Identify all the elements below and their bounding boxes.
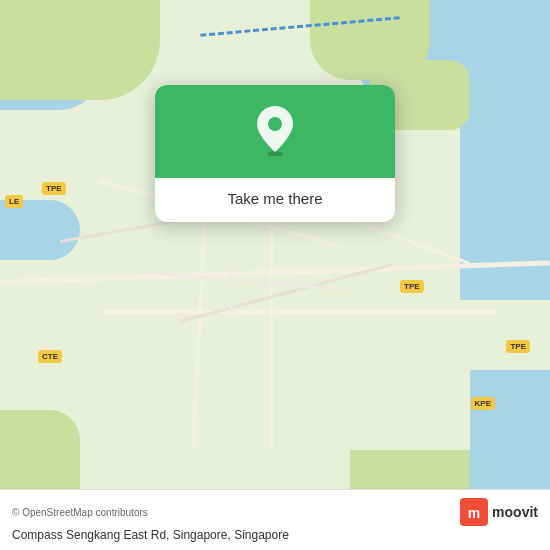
map-container: LE TPE TPE TPE CTE KPE Take me there © O… [0,0,550,550]
card-button-section[interactable]: Take me there [155,178,395,222]
moovit-icon: m [460,498,488,526]
water-right [460,100,550,300]
map-attribution: © OpenStreetMap contributors [12,507,148,518]
location-address: Compass Sengkang East Rd, Singapore, Sin… [12,528,538,542]
water-bottom-right [470,370,550,490]
road-grid-2 [230,250,233,450]
moovit-brand-text: moovit [492,504,538,520]
water-left-mid [0,200,80,260]
moovit-logo: m moovit [460,498,538,526]
take-me-there-button[interactable]: Take me there [227,190,322,207]
road-label-tpe-3: TPE [506,340,530,353]
svg-text:m: m [468,505,480,521]
road-label-cte: CTE [38,350,62,363]
road-label-le: LE [5,195,23,208]
green-area-5 [0,410,80,490]
green-area-1 [0,0,160,100]
road-label-tpe-1: TPE [42,182,66,195]
card-green-section [155,85,395,178]
location-pin-icon [250,105,300,155]
destination-card: Take me there [155,85,395,222]
svg-point-1 [268,117,282,131]
road-label-kpe: KPE [471,397,495,410]
bottom-bar: © OpenStreetMap contributors m moovit Co… [0,489,550,550]
road-label-tpe-2: TPE [400,280,424,293]
bottom-bar-top: © OpenStreetMap contributors m moovit [12,498,538,526]
road-horizontal-2 [100,310,500,314]
